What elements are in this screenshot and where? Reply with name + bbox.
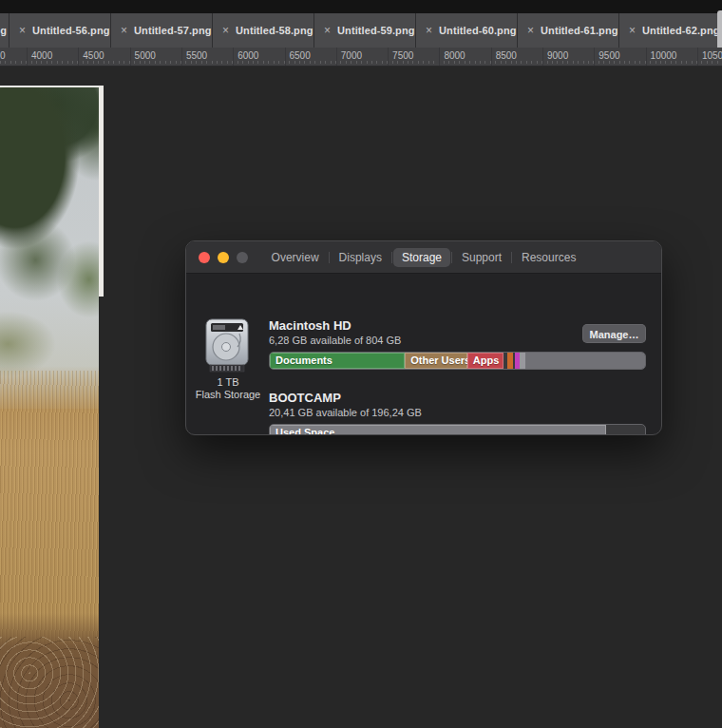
hard-drive-icon: [202, 317, 252, 374]
ruler-tick-label: 8500: [496, 50, 517, 61]
tab-close-icon[interactable]: ×: [426, 25, 432, 36]
tab-close-icon[interactable]: ×: [527, 25, 534, 36]
dialog-tab-separator: [451, 252, 452, 263]
storage-segment-label: Apps: [467, 353, 504, 369]
document-tab[interactable]: ×Untitled-57.png: [111, 13, 213, 48]
document-tab[interactable]: ×Untitled-58.png: [213, 13, 314, 48]
tab-label: Untitled-57.png: [134, 25, 212, 36]
minimize-window-button[interactable]: [218, 252, 229, 263]
disk-capacity-label: 1 TB: [186, 376, 270, 389]
photo-white-border-top: [0, 86, 104, 87]
storage-segment-other-category: [525, 353, 645, 369]
document-tab-clipped[interactable]: g: [0, 13, 10, 48]
ruler-major-tick: 8500: [491, 48, 492, 67]
storage-panel: 1 TB Flash Storage Macintosh HD 6,28 GB …: [186, 274, 661, 435]
zoom-window-button-disabled: [237, 252, 248, 263]
document-tab-bar: g×Untitled-56.png×Untitled-57.png×Untitl…: [0, 13, 722, 48]
document-tab[interactable]: ×Untitled-60.png: [416, 13, 518, 48]
ruler-major-tick: 10000: [646, 48, 647, 67]
ruler-tick-label: 7000: [341, 50, 362, 61]
storage-segment-used-space: Used Space: [270, 425, 606, 435]
ruler-major-tick: 5500: [181, 48, 182, 67]
storage-usage-bar-bootcamp: Used Space: [269, 424, 646, 435]
volume-availability-macintosh-hd: 6,28 GB available of 804 GB: [269, 335, 401, 346]
ruler-tick-label: 10000: [651, 50, 677, 61]
photo-dirt-texture: [0, 637, 99, 728]
photo-tree-foliage: [0, 86, 99, 409]
ruler-major-tick: 6500: [285, 48, 286, 67]
dialog-tab-storage[interactable]: Storage: [393, 248, 450, 267]
horizontal-ruler: 0 40004500500055006000650070007500800085…: [0, 48, 722, 67]
storage-segment-documents: Documents: [270, 353, 405, 369]
dialog-tab-separator: [391, 252, 392, 263]
photo-white-border-right: [99, 86, 104, 297]
document-tab[interactable]: ×Untitled-59.png: [314, 13, 416, 48]
traffic-lights: [199, 252, 248, 263]
scrollbar-sliver[interactable]: [717, 10, 722, 50]
dialog-tab-separator: [511, 252, 512, 263]
document-tab[interactable]: ×Untitled-56.png: [10, 13, 111, 48]
dialog-tab-support[interactable]: Support: [453, 248, 510, 267]
document-tab[interactable]: ×Untitled-62.png: [619, 13, 721, 48]
tab-close-icon[interactable]: ×: [629, 25, 636, 36]
volume-name-bootcamp: BOOTCAMP: [269, 391, 341, 405]
screen: g×Untitled-56.png×Untitled-57.png×Untitl…: [0, 0, 722, 728]
volume-availability-bootcamp: 20,41 GB available of 196,24 GB: [269, 407, 422, 418]
ruler-tick-label: 6000: [238, 50, 258, 61]
close-window-button[interactable]: [199, 252, 210, 263]
dialog-tab-group: OverviewDisplaysStorageSupportResources: [263, 248, 585, 267]
ruler-tick-label: 7500: [392, 50, 413, 61]
ruler-major-tick: 6000: [233, 48, 234, 67]
storage-segment-other-users: Other Users: [405, 353, 467, 369]
manage-button[interactable]: Manage…: [582, 324, 646, 343]
storage-segment-apps: Apps: [467, 353, 504, 369]
dialog-titlebar[interactable]: OverviewDisplaysStorageSupportResources: [186, 241, 661, 274]
ruler-tick-label: 6500: [290, 50, 311, 61]
tab-close-icon[interactable]: ×: [121, 25, 127, 36]
tab-close-icon[interactable]: ×: [324, 25, 331, 36]
volume-name-macintosh-hd: Macintosh HD: [269, 318, 352, 333]
ruler-tick-label: 9500: [598, 50, 619, 61]
tab-close-icon[interactable]: ×: [222, 25, 229, 36]
tab-label: Untitled-60.png: [439, 25, 517, 36]
dialog-tab-separator: [329, 252, 330, 263]
ruler-major-tick: 4000: [27, 48, 28, 67]
tab-close-icon[interactable]: ×: [19, 25, 26, 36]
ruler-tick-label: 8000: [444, 50, 465, 61]
ruler-tick-label: 5000: [135, 50, 156, 61]
ruler-major-tick: 9500: [594, 48, 595, 67]
ruler-tick-label: 4000: [31, 50, 52, 61]
ruler-tick-label: 9000: [547, 50, 568, 61]
tab-label: Untitled-62.png: [642, 25, 720, 36]
disk-caption: 1 TB Flash Storage: [186, 376, 270, 401]
storage-segment-label: Documents: [270, 353, 405, 369]
ruler-tick-label: 5500: [186, 50, 207, 61]
ruler-minor-ticks: [0, 61, 722, 64]
ruler-tick-label: 10500: [702, 50, 722, 61]
ruler-major-tick: 8000: [439, 48, 440, 67]
ruler-major-tick: 9000: [542, 48, 543, 67]
ruler-major-tick: 5000: [130, 48, 131, 67]
storage-segment-label: Used Space: [270, 425, 606, 435]
disk-type-label: Flash Storage: [186, 389, 270, 401]
storage-segment-label: Other Users: [405, 353, 467, 369]
storage-usage-bar-macintosh-hd: DocumentsOther UsersApps: [269, 352, 646, 370]
dialog-tab-overview[interactable]: Overview: [263, 248, 328, 267]
ruler-partial-label: 0: [0, 50, 6, 61]
tab-label: Untitled-56.png: [32, 25, 110, 36]
tab-label: g: [0, 25, 7, 36]
ruler-major-tick: 4500: [78, 48, 79, 67]
tab-label: Untitled-59.png: [337, 25, 415, 36]
dialog-tab-resources[interactable]: Resources: [513, 248, 584, 267]
window-top-strip: [0, 0, 722, 13]
ruler-major-tick: 7000: [336, 48, 337, 67]
canvas-photo[interactable]: [0, 86, 99, 728]
document-tab[interactable]: ×Untitled-61.png: [518, 13, 619, 48]
about-this-mac-storage-window: OverviewDisplaysStorageSupportResources: [185, 240, 662, 435]
dialog-tab-displays[interactable]: Displays: [331, 248, 390, 267]
ruler-major-tick: 10500: [697, 48, 698, 67]
tab-label: Untitled-61.png: [541, 25, 618, 36]
ruler-major-tick: 7500: [388, 48, 389, 67]
storage-segment-free-space: [606, 425, 645, 435]
tab-label: Untitled-58.png: [236, 25, 314, 36]
